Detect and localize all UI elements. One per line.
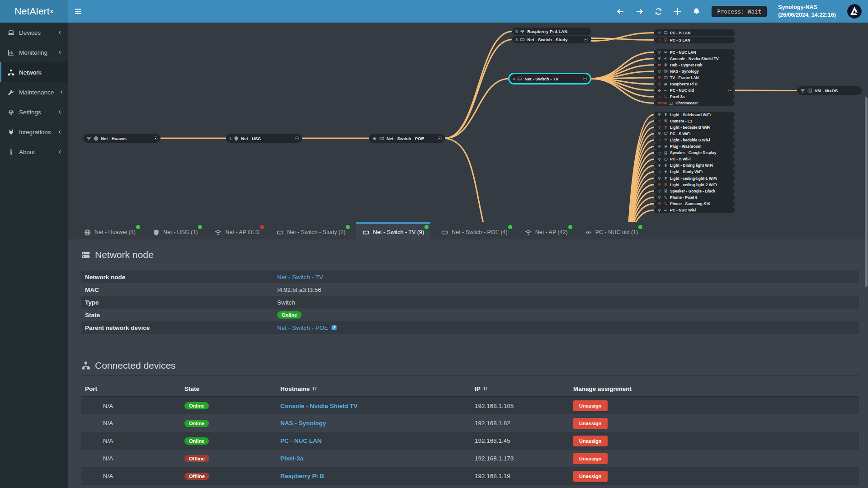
hostname-link[interactable]: Raspberry Pi B bbox=[280, 473, 324, 479]
tree-node-net-huawei[interactable]: Net - Huawei bbox=[83, 134, 160, 143]
bulb-icon bbox=[664, 138, 668, 142]
section-title: Network node bbox=[95, 249, 154, 260]
tab-net-switch-study-2-[interactable]: Net - Switch - Study (2) bbox=[270, 222, 352, 239]
hostname-link[interactable]: PC - NUC LAN bbox=[280, 437, 322, 444]
tree-node-chromecast[interactable]: NoneChromecast bbox=[654, 100, 735, 106]
cell-ip: 192.168.1.105 bbox=[471, 397, 570, 414]
hostname-link[interactable]: Console - Nvidia Shield TV bbox=[280, 403, 358, 409]
sidebar-item-settings[interactable]: Settings bbox=[0, 102, 68, 122]
hostname-link[interactable]: Pixel-3a bbox=[280, 455, 303, 462]
tree-node-pc-s-wifi[interactable]: PC - S WiFi bbox=[654, 131, 735, 137]
tree-node-tv-frame-lan[interactable]: TV - Frame LAN bbox=[654, 75, 735, 81]
tree-node-raspberry-pi-4-lan[interactable]: 5Raspberry Pi 4 LAN bbox=[512, 28, 591, 35]
tree-node-vm-nixos[interactable]: VM - NixOS bbox=[797, 86, 862, 95]
unassign-button[interactable]: Unassign bbox=[573, 436, 608, 446]
tree-node-pc-s-lan[interactable]: PC - S LAN bbox=[654, 37, 735, 43]
tree-node-light-dining-light-wifi[interactable]: Light - Dining light WiFi bbox=[654, 162, 735, 169]
tree-node-pc-nuc-old[interactable]: PC - NUC old bbox=[654, 87, 735, 94]
tree-node-net-usg[interactable]: 1Net - USG bbox=[226, 134, 302, 143]
detail-value-link[interactable]: Net - Switch - TV bbox=[277, 274, 323, 281]
tree-node-pixel-3a[interactable]: Pixel-3a bbox=[654, 94, 735, 100]
connected-devices-table: PortStateHostnameIPManage assignment N/A… bbox=[81, 381, 859, 485]
unassign-button[interactable]: Unassign bbox=[573, 418, 608, 429]
tree-edge bbox=[445, 40, 512, 139]
unassign-button[interactable]: Unassign bbox=[573, 471, 608, 482]
sidebar-item-label: About bbox=[19, 149, 35, 155]
column-header-ip[interactable]: IP bbox=[471, 381, 570, 397]
arrow-right-icon[interactable] bbox=[636, 8, 643, 15]
column-header-hostname[interactable]: Hostname bbox=[277, 381, 471, 397]
sidebar-item-network[interactable]: Network bbox=[0, 62, 68, 82]
tree-node-light-bedside-b-wifi[interactable]: Light - bedside B WiFi bbox=[654, 124, 735, 131]
cell-hostname: PC - NUC LAN bbox=[277, 432, 471, 450]
bell-icon[interactable] bbox=[693, 8, 700, 15]
cell-manage: Unassign bbox=[570, 467, 859, 485]
sidebar-toggle-button[interactable] bbox=[68, 0, 89, 23]
tree-node-raspberry-pi-b[interactable]: Raspberry Pi B bbox=[654, 81, 735, 87]
tree-node-pc-nuc-lan[interactable]: PC - NUC LAN bbox=[654, 49, 735, 56]
tab-net-ap-42-[interactable]: Net - AP (42) bbox=[519, 222, 574, 239]
tree-node-hub-cygnet-hub[interactable]: Hub - Cygnet Hub bbox=[654, 62, 735, 68]
tab-content-panel: Network node Network nodeNet - Switch - … bbox=[68, 239, 868, 488]
tree-node-phone-samsung-s10[interactable]: Phone - Samsung S10 bbox=[654, 201, 735, 207]
tree-node-net-switch-poe[interactable]: Net - Switch - POE bbox=[369, 134, 445, 143]
tree-edge bbox=[445, 32, 512, 139]
tree-node-net-switch-study[interactable]: 3Net - Switch - Study bbox=[512, 36, 591, 43]
tree-node-camera-e1[interactable]: Camera - E1 bbox=[654, 118, 735, 124]
cell-manage: Unassign bbox=[570, 414, 859, 432]
hostname-link[interactable]: NAS - Synology bbox=[280, 420, 326, 427]
refresh-icon[interactable] bbox=[655, 8, 662, 15]
tab-pc-nuc-old-1-[interactable]: PC - NUC old (1) bbox=[579, 222, 644, 239]
external-link-icon[interactable] bbox=[331, 324, 337, 331]
sidebar-item-devices[interactable]: Devices bbox=[0, 23, 68, 42]
switch-icon bbox=[441, 229, 448, 236]
arrow-left-icon[interactable] bbox=[617, 8, 624, 15]
wrench-icon bbox=[8, 89, 14, 96]
unassign-button[interactable]: Unassign bbox=[573, 400, 608, 411]
tree-node-label: Chromecast bbox=[675, 101, 698, 105]
wifi-icon bbox=[215, 229, 222, 236]
divider bbox=[81, 375, 859, 376]
tab-net-huawei-1-[interactable]: Net - Huawei (1) bbox=[78, 222, 142, 239]
tree-node-light-study-wifi[interactable]: Light - Study WiFi bbox=[654, 169, 735, 175]
status-dot bbox=[346, 225, 350, 229]
tree-node-net-switch-tv[interactable]: 4Net - Switch - TV bbox=[509, 74, 590, 83]
sidebar-item-maintenance[interactable]: Maintenance bbox=[0, 82, 68, 102]
sidebar-item-about[interactable]: About bbox=[0, 142, 68, 162]
divider bbox=[81, 265, 859, 265]
tab-net-switch-poe-4-[interactable]: Net - Switch - POE (4) bbox=[435, 222, 514, 239]
user-avatar[interactable] bbox=[847, 4, 862, 19]
tree-node-phone-pixel-6[interactable]: Phone - Pixel 6 bbox=[654, 194, 735, 201]
tree-node-plug-washroom[interactable]: Plug - Washroom bbox=[654, 143, 735, 150]
tree-node-label: PC - B LAN bbox=[670, 31, 690, 35]
tree-node-speaker-google-black[interactable]: Speaker - Google - Black bbox=[654, 188, 735, 194]
child-count-badge: 3 bbox=[515, 37, 518, 42]
port-connector bbox=[583, 77, 587, 80]
shield-icon bbox=[153, 229, 160, 236]
tree-node-light-sideboard-wifi[interactable]: Light - Sideboard WiFi bbox=[654, 112, 735, 118]
tab-net-ap-old[interactable]: Net - AP OLD bbox=[208, 222, 266, 239]
tree-node-pc-b-wifi[interactable]: PC - B WiFi bbox=[654, 156, 735, 162]
move-icon[interactable] bbox=[674, 8, 681, 15]
sidebar-item-integrations[interactable]: Integrations bbox=[0, 122, 68, 142]
unassign-button[interactable]: Unassign bbox=[573, 453, 608, 464]
navbar-right-controls: Process: Wait Synology-NAS (26/06/2024, … bbox=[617, 4, 868, 19]
sidebar-item-monitoring[interactable]: Monitoring bbox=[0, 42, 68, 62]
tree-node-console-nvidia-shield-tv[interactable]: Console - Nvidia Shield TV bbox=[654, 56, 735, 62]
tree-node-pc-nuc-wifi[interactable]: PC - NUC WiFi bbox=[654, 207, 735, 213]
cell-hostname: Console - Nvidia Shield TV bbox=[277, 397, 471, 414]
app-logo[interactable]: NetAlertx bbox=[0, 0, 68, 23]
tab-net-switch-tv-9-[interactable]: Net - Switch - TV (9) bbox=[356, 222, 430, 239]
tree-node-nas-synology[interactable]: NAS - Synology bbox=[654, 68, 735, 75]
tree-node-pc-b-lan[interactable]: PC - B LAN bbox=[654, 29, 735, 36]
tab-net-usg-1-[interactable]: Net - USG (1) bbox=[146, 222, 204, 239]
tree-node-speaker-google-display[interactable]: Speaker - Google Display bbox=[654, 150, 735, 156]
process-status-badge: Process: Wait bbox=[712, 6, 767, 17]
page-scrollbar-thumb[interactable] bbox=[865, 97, 868, 287]
tree-node-label: Net - USG bbox=[241, 136, 261, 141]
table-row: N/AOnlinePC - NUC LAN192.168.1.45Unassig… bbox=[81, 432, 859, 450]
tree-node-light-ceiling-light-2-wifi[interactable]: Light - ceiling-light-2 WiFi bbox=[654, 182, 735, 188]
tree-node-light-ceiling-light-1-wifi[interactable]: Light - ceiling-light-1 WiFi bbox=[654, 175, 735, 182]
tree-node-light-bedside-s-wifi[interactable]: Light - bedside S WiFi bbox=[654, 137, 735, 143]
detail-value-link[interactable]: Net - Switch - POE bbox=[277, 324, 328, 331]
